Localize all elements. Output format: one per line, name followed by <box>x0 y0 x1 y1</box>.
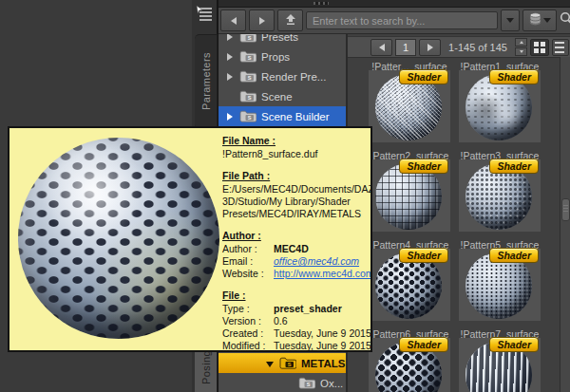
arrow-up-icon <box>285 12 296 29</box>
magnifier-icon[interactable] <box>560 11 570 30</box>
shader-thumbnail[interactable]: Shader <box>369 70 450 142</box>
shader-badge: Shader <box>399 69 448 84</box>
panel-menu-icon[interactable] <box>195 5 214 24</box>
thumbnail-label-row: !Pattern6_surface!Pattern7_surface <box>369 325 560 338</box>
file-name-heading: File Name : <box>222 135 369 147</box>
expand-arrow-icon[interactable] <box>226 112 235 121</box>
svg-text:S: S <box>248 95 252 101</box>
folder-icon: S <box>239 34 256 43</box>
tree-item-label: Render Pre... <box>261 71 326 83</box>
tree-item-label: Presets <box>261 34 298 43</box>
tree-item-metals[interactable]: S METALS <box>218 353 346 373</box>
folder-icon: S <box>239 90 256 103</box>
spinner-down-button[interactable] <box>515 47 527 56</box>
modified-line: Modified :Tuesday, June 9 2015 6:30 pm <box>222 340 369 352</box>
expand-arrow-icon[interactable] <box>285 379 294 388</box>
item-range-label: 1-145 of 145 <box>444 42 512 53</box>
svg-text:S: S <box>307 382 311 387</box>
tree-item-label: Ox... <box>320 378 343 389</box>
file-path-line: 3D/Studio/My Library/Shader <box>222 196 369 208</box>
page-number-box[interactable]: 1 <box>395 39 416 56</box>
arrow-left-icon <box>379 44 385 51</box>
expand-arrow-icon[interactable] <box>226 34 235 42</box>
grid-view-button[interactable] <box>530 39 549 56</box>
thumbnail-label-row: !Patter..._surface!Pattern1_surface <box>369 57 560 70</box>
database-view-button[interactable] <box>522 9 557 31</box>
tree-item-label: Props <box>261 51 290 63</box>
search-input[interactable] <box>306 11 498 29</box>
tree-item-scene[interactable]: S Scene <box>218 86 346 106</box>
email-link[interactable]: office@mec4d.com <box>274 255 359 267</box>
thumbnail-row: Shader Shader <box>369 159 560 232</box>
search-options-dropdown[interactable] <box>501 9 520 31</box>
tree-item-ox[interactable]: S Ox... <box>218 373 346 392</box>
expand-arrow-icon[interactable] <box>226 52 235 62</box>
created-line: Created :Tuesday, June 9 2015 6:30 pm <box>222 327 369 340</box>
file-info-tooltip: File Name : !Pattern8_surface.duf File P… <box>8 126 372 352</box>
tab-parameters[interactable]: Parameters <box>195 34 218 129</box>
next-page-button[interactable] <box>419 39 441 56</box>
expand-arrow-icon[interactable] <box>226 72 235 82</box>
shader-badge: Shader <box>399 159 448 174</box>
tree-item-label: Scene <box>261 91 293 103</box>
shader-thumbnail[interactable]: Shader <box>459 338 541 392</box>
size-spinner <box>515 38 527 56</box>
shader-thumbnail[interactable]: Shader <box>459 70 541 142</box>
folder-icon: S <box>298 377 315 389</box>
shader-thumbnail[interactable]: Shader <box>369 338 450 392</box>
thumbnail-label-row: !Pattern4_surface!Pattern5_surface <box>369 235 560 249</box>
author-line: Author :MEC4D <box>222 243 369 255</box>
shader-thumbnail[interactable]: Shader <box>459 249 541 321</box>
arrow-right-icon <box>257 12 267 29</box>
folder-icon: S <box>239 50 256 63</box>
website-line: Website :http://www.mec4d.com <box>222 268 369 280</box>
file-heading: File : <box>222 289 369 302</box>
author-heading: Author : <box>222 230 369 242</box>
tree-item-presets[interactable]: S Presets <box>218 34 346 47</box>
email-line: Email :office@mec4d.com <box>222 255 369 268</box>
thumbnail-pane: 1 1-145 of 145 !Patter..._surface!Patter… <box>348 34 570 392</box>
shader-badge: Shader <box>489 248 539 263</box>
expand-arrow-icon[interactable] <box>226 92 235 102</box>
shader-badge: Shader <box>489 69 539 84</box>
svg-text:S: S <box>248 55 252 61</box>
panel-top-strip <box>218 0 570 8</box>
list-view-button[interactable] <box>552 39 569 56</box>
tree-item-props[interactable]: S Props <box>218 47 346 66</box>
splitter-grip[interactable] <box>314 2 329 5</box>
version-line: Version :0.6 <box>222 315 369 327</box>
database-icon <box>529 12 542 29</box>
file-path-line: Presets/MEC4D/IRAY/METALS <box>222 208 369 220</box>
file-name-value: !Pattern8_surface.duf <box>222 148 369 160</box>
shader-badge: Shader <box>399 248 448 263</box>
forward-button[interactable] <box>249 9 275 31</box>
tree-item-render-presets[interactable]: S Render Pre... <box>218 66 346 86</box>
shader-thumbnail[interactable]: Shader <box>369 159 450 232</box>
file-path-heading: File Path : <box>222 170 369 182</box>
up-directory-button[interactable] <box>277 9 303 31</box>
tree-item-label: Scene Builder <box>261 111 330 122</box>
shader-thumbnail[interactable]: Shader <box>369 249 450 321</box>
svg-text:S: S <box>248 75 252 81</box>
back-button[interactable] <box>220 9 246 31</box>
shader-badge: Shader <box>489 159 539 174</box>
folder-icon: S <box>279 357 296 369</box>
search-toolbar <box>218 8 570 34</box>
shader-thumbnail[interactable]: Shader <box>459 159 541 232</box>
vertical-scrollbar[interactable] <box>560 57 570 392</box>
spinner-up-button[interactable] <box>515 38 527 47</box>
expand-arrow-icon[interactable] <box>266 359 275 368</box>
prev-page-button[interactable] <box>370 39 392 56</box>
thumbnail-row: Shader Shader <box>369 338 560 392</box>
arrow-left-icon <box>229 12 238 29</box>
thumbnail-row: Shader Shader <box>369 249 560 321</box>
tree-item-scene-builder[interactable]: S Scene Builder <box>218 106 346 126</box>
svg-text:S: S <box>248 35 252 41</box>
website-link[interactable]: http://www.mec4d.com <box>274 268 372 279</box>
scrollbar-thumb[interactable] <box>561 198 570 221</box>
svg-text:S: S <box>288 362 292 367</box>
shader-badge: Shader <box>399 337 448 352</box>
shader-grid: !Patter..._surface!Pattern1_surface Shad… <box>348 57 560 392</box>
shader-badge: Shader <box>489 337 539 352</box>
preview-sphere-image <box>18 138 219 339</box>
